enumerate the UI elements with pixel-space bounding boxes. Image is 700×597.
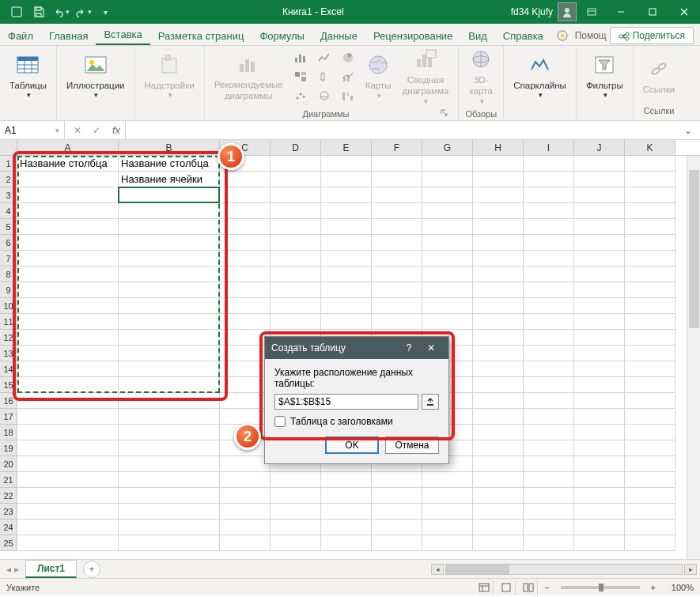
- cell[interactable]: [574, 203, 625, 219]
- waterfall-chart-icon[interactable]: [339, 87, 358, 104]
- cell[interactable]: [17, 393, 119, 409]
- cell[interactable]: [574, 393, 625, 409]
- cell[interactable]: [574, 266, 625, 282]
- cell[interactable]: [473, 251, 524, 266]
- row-header[interactable]: 11: [0, 314, 17, 330]
- cell[interactable]: [524, 425, 574, 440]
- cell[interactable]: [422, 488, 473, 504]
- cell[interactable]: [574, 425, 625, 440]
- cell[interactable]: [625, 520, 675, 535]
- cell[interactable]: [372, 504, 422, 520]
- row-header[interactable]: 1: [0, 156, 17, 172]
- cell[interactable]: [271, 266, 321, 282]
- cell[interactable]: [17, 266, 119, 282]
- cell[interactable]: Название ячейки: [119, 172, 220, 187]
- cell[interactable]: [271, 251, 321, 266]
- cell[interactable]: [574, 346, 625, 361]
- ribbon-display-icon[interactable]: [581, 2, 602, 21]
- cell[interactable]: [473, 504, 524, 520]
- zoom-in-icon[interactable]: +: [648, 583, 659, 592]
- cell[interactable]: [473, 425, 524, 440]
- cell[interactable]: [524, 172, 574, 187]
- cell[interactable]: [625, 504, 675, 520]
- cell[interactable]: [524, 298, 574, 314]
- cell[interactable]: [372, 187, 422, 203]
- cell[interactable]: [625, 361, 675, 377]
- cell[interactable]: [574, 172, 625, 187]
- cell[interactable]: [524, 156, 574, 172]
- pie-chart-icon[interactable]: [339, 49, 358, 66]
- filters-button[interactable]: Фильтры▾: [583, 51, 626, 102]
- cell[interactable]: [625, 282, 675, 298]
- cell[interactable]: [422, 472, 473, 488]
- cell[interactable]: [372, 472, 422, 488]
- row-header[interactable]: 5: [0, 219, 17, 235]
- cell[interactable]: [372, 235, 422, 251]
- cell[interactable]: [473, 472, 524, 488]
- cell[interactable]: [321, 251, 372, 266]
- tab-data[interactable]: Данные: [312, 26, 365, 45]
- cell[interactable]: [422, 314, 473, 330]
- cell[interactable]: [220, 314, 271, 330]
- page-layout-view-icon[interactable]: [497, 580, 516, 595]
- cell[interactable]: [574, 409, 625, 425]
- cell[interactable]: [119, 298, 220, 314]
- cell[interactable]: [625, 409, 675, 425]
- cell[interactable]: [17, 520, 119, 535]
- cell[interactable]: [574, 488, 625, 504]
- row-header[interactable]: 18: [0, 425, 17, 440]
- cell[interactable]: [625, 251, 675, 266]
- cell[interactable]: [524, 504, 574, 520]
- cell[interactable]: [271, 282, 321, 298]
- cell[interactable]: [119, 251, 220, 266]
- cell[interactable]: [473, 282, 524, 298]
- range-input[interactable]: [274, 394, 418, 410]
- cell[interactable]: [574, 361, 625, 377]
- cell[interactable]: [524, 346, 574, 361]
- row-header[interactable]: 9: [0, 282, 17, 298]
- cell[interactable]: [473, 456, 524, 472]
- worksheet-grid[interactable]: A B C D E F G H I J K 1Название столбцаН…: [0, 140, 700, 559]
- cell[interactable]: [473, 172, 524, 187]
- col-header-d[interactable]: D: [271, 140, 321, 155]
- addins-button[interactable]: Надстройки▾: [142, 51, 198, 102]
- sparklines-button[interactable]: Спарклайны▾: [510, 51, 569, 102]
- cell[interactable]: [321, 266, 372, 282]
- save-icon[interactable]: [28, 2, 49, 21]
- cell[interactable]: [321, 156, 372, 172]
- cell[interactable]: [422, 187, 473, 203]
- cell[interactable]: [220, 187, 271, 203]
- cell[interactable]: [271, 235, 321, 251]
- cell[interactable]: [220, 504, 271, 520]
- cell[interactable]: [372, 298, 422, 314]
- cell[interactable]: [220, 282, 271, 298]
- share-button[interactable]: Поделиться: [610, 27, 694, 44]
- cell[interactable]: [17, 535, 119, 551]
- cell[interactable]: [271, 298, 321, 314]
- cell[interactable]: [119, 535, 220, 551]
- range-selector-icon[interactable]: [422, 394, 439, 410]
- cell[interactable]: [321, 314, 372, 330]
- select-all-corner[interactable]: [0, 140, 17, 155]
- row-header[interactable]: 2: [0, 172, 17, 187]
- row-header[interactable]: 16: [0, 393, 17, 409]
- cell[interactable]: [321, 488, 372, 504]
- cell[interactable]: [625, 377, 675, 393]
- name-box[interactable]: ▾: [0, 121, 65, 139]
- cell[interactable]: [271, 187, 321, 203]
- cell[interactable]: [17, 219, 119, 235]
- illustrations-button[interactable]: Иллюстрации▾: [63, 51, 128, 102]
- cancel-formula-icon[interactable]: ✕: [70, 123, 85, 138]
- cell[interactable]: [372, 314, 422, 330]
- cell[interactable]: [625, 456, 675, 472]
- cell[interactable]: [574, 156, 625, 172]
- cell[interactable]: [625, 203, 675, 219]
- cell[interactable]: [220, 456, 271, 472]
- col-header-a[interactable]: A: [17, 140, 119, 155]
- recommended-charts-button[interactable]: Рекомендуемые диаграммы: [211, 50, 286, 104]
- cell[interactable]: [524, 409, 574, 425]
- cell[interactable]: [524, 203, 574, 219]
- headers-checkbox[interactable]: [274, 416, 286, 427]
- cell[interactable]: [422, 520, 473, 535]
- cell[interactable]: [524, 440, 574, 456]
